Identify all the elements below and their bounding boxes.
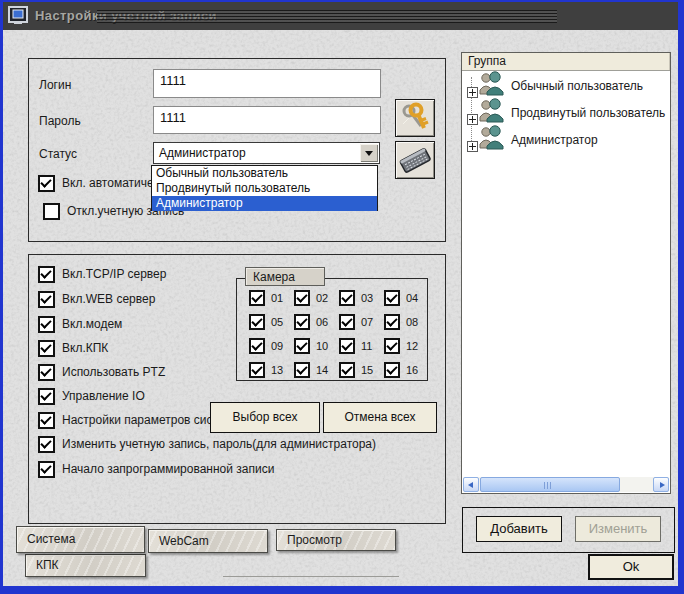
permission-row[interactable]: Начало запрограммированной записи — [38, 460, 274, 478]
scroll-right-button[interactable] — [653, 477, 669, 492]
camera-11-checkbox[interactable] — [339, 338, 355, 354]
select-all-button[interactable]: Выбор всех — [210, 402, 320, 433]
status-label: Статус — [39, 147, 77, 161]
camera-cell[interactable]: 07 — [339, 314, 373, 330]
expand-plus-icon[interactable] — [467, 87, 478, 98]
ptz-checkbox[interactable] — [38, 364, 55, 381]
deselect-all-button[interactable]: Отмена всех — [323, 402, 437, 433]
status-dropdown-list: Обычный пользователь Продвинутый пользов… — [151, 165, 378, 211]
camera-05-checkbox[interactable] — [249, 314, 265, 330]
permission-label: Вкл.TCP/IP сервер — [62, 267, 166, 281]
permission-row[interactable]: Вкл.TCP/IP сервер — [38, 265, 166, 283]
tcpip-checkbox[interactable] — [38, 266, 55, 283]
titlebar-etched-lines — [97, 10, 557, 23]
camera-13-checkbox[interactable] — [249, 362, 265, 378]
camera-cell[interactable]: 04 — [384, 290, 418, 306]
tab-prosmotr[interactable]: Просмотр — [276, 529, 396, 551]
camera-14-checkbox[interactable] — [294, 362, 310, 378]
io-checkbox[interactable] — [38, 388, 55, 405]
titlebar[interactable]: Настройки учетной записи — [3, 2, 678, 30]
expand-plus-icon[interactable] — [467, 141, 478, 152]
permission-label: Начало запрограммированной записи — [62, 462, 274, 476]
chevron-right-icon — [660, 482, 665, 488]
permission-row[interactable]: Вкл.модем — [38, 315, 122, 333]
camera-08-checkbox[interactable] — [384, 314, 400, 330]
group-column-header[interactable]: Группа — [462, 53, 670, 71]
permission-row[interactable]: Управление IO — [38, 387, 145, 405]
camera-cell[interactable]: 02 — [294, 290, 328, 306]
camera-cell[interactable]: 03 — [339, 290, 373, 306]
dropdown-option[interactable]: Продвинутый пользователь — [152, 181, 377, 196]
permission-row[interactable]: Использовать PTZ — [38, 363, 165, 381]
add-button[interactable]: Добавить — [476, 516, 562, 542]
empty-tab-edge — [223, 576, 399, 577]
edit-account-checkbox[interactable] — [38, 436, 55, 453]
camera-cell[interactable]: 14 — [294, 362, 328, 378]
keys-button[interactable] — [395, 99, 435, 137]
camera-02-checkbox[interactable] — [294, 290, 310, 306]
expand-plus-icon[interactable] — [467, 114, 478, 125]
scroll-left-button[interactable] — [463, 477, 479, 492]
camera-cell[interactable]: 01 — [249, 290, 283, 306]
camera-12-checkbox[interactable] — [384, 338, 400, 354]
tab-kpk[interactable]: КПК — [25, 554, 146, 577]
window-body: Настройки учетной записи Логин 1111 Паро… — [3, 2, 678, 586]
login-input[interactable]: 1111 — [153, 69, 381, 98]
system-menu-icon[interactable] — [8, 6, 30, 26]
horizontal-scrollbar[interactable] — [463, 477, 669, 492]
status-combobox[interactable]: Администратор — [153, 142, 380, 164]
camera-cell[interactable]: 06 — [294, 314, 328, 330]
camera-cell[interactable]: 13 — [249, 362, 283, 378]
combobox-dropdown-button[interactable] — [360, 144, 378, 162]
permission-row[interactable]: Вкл.КПК — [38, 339, 108, 357]
scrollbar-thumb[interactable] — [480, 477, 620, 492]
web-server-checkbox[interactable] — [38, 291, 55, 308]
tree-item-user[interactable]: Обычный пользователь — [511, 79, 643, 93]
camera-cell[interactable]: 12 — [384, 338, 418, 354]
camera-15-checkbox[interactable] — [339, 362, 355, 378]
modem-checkbox[interactable] — [38, 316, 55, 333]
tree-item-advanced-user[interactable]: Продвинутый пользователь — [511, 106, 665, 120]
camera-01-checkbox[interactable] — [249, 290, 265, 306]
auto-login-row[interactable]: Вкл. автоматическ — [38, 174, 165, 192]
camera-04-checkbox[interactable] — [384, 290, 400, 306]
keyboard-icon — [399, 144, 431, 176]
tab-sistema[interactable]: Система — [16, 526, 145, 553]
scheduled-record-checkbox[interactable] — [38, 461, 55, 478]
keys-icon — [399, 102, 431, 134]
camera-cell[interactable]: 05 — [249, 314, 283, 330]
permission-row[interactable]: Вкл.WEB сервер — [38, 290, 155, 308]
camera-cell[interactable]: 11 — [339, 338, 372, 354]
camera-cell[interactable]: 10 — [294, 338, 328, 354]
camera-10-checkbox[interactable] — [294, 338, 310, 354]
camera-cell[interactable]: 16 — [384, 362, 418, 378]
pda-checkbox[interactable] — [38, 340, 55, 357]
camera-cell[interactable]: 15 — [339, 362, 373, 378]
login-label: Логин — [39, 78, 71, 92]
dropdown-option[interactable]: Администратор — [152, 196, 377, 211]
disable-account-checkbox[interactable] — [43, 203, 60, 220]
camera-07-checkbox[interactable] — [339, 314, 355, 330]
ok-button[interactable]: Ok — [588, 554, 674, 580]
dropdown-option[interactable]: Обычный пользователь — [152, 166, 377, 181]
camera-cell[interactable]: 09 — [249, 338, 283, 354]
tree-item-administrator[interactable]: Администратор — [511, 133, 598, 147]
camera-16-checkbox[interactable] — [384, 362, 400, 378]
camera-09-checkbox[interactable] — [249, 338, 265, 354]
camera-03-checkbox[interactable] — [339, 290, 355, 306]
group-tree-panel: Группа Обычный пользователь Продвинутый … — [461, 52, 671, 494]
keyboard-button[interactable] — [395, 141, 435, 179]
camera-06-checkbox[interactable] — [294, 314, 310, 330]
permission-row[interactable]: Изменить учетную запись, пароль(для адми… — [38, 435, 376, 453]
auto-login-checkbox[interactable] — [38, 175, 55, 192]
edit-button[interactable]: Изменить — [575, 516, 661, 542]
users-group-icon — [478, 97, 506, 123]
permission-row[interactable]: Настройки параметров систе — [38, 411, 225, 429]
camera-cell[interactable]: 08 — [384, 314, 418, 330]
users-group-icon — [478, 124, 506, 150]
chevron-left-icon — [468, 482, 473, 488]
password-input[interactable]: 1111 — [153, 106, 381, 134]
camera-group-label: Камера — [245, 267, 325, 286]
tab-webcam[interactable]: WebCam — [148, 529, 268, 553]
system-params-checkbox[interactable] — [38, 412, 55, 429]
